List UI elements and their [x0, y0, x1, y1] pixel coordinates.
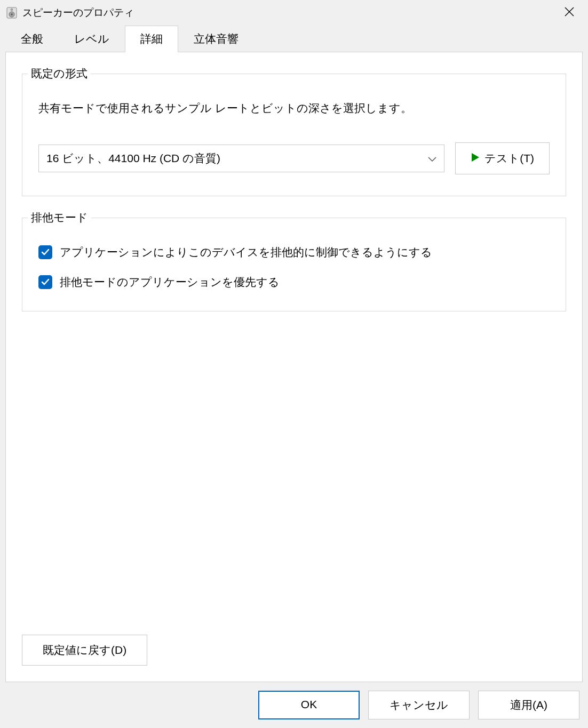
checkbox-row-exclusive-priority: 排他モードのアプリケーションを優先する — [38, 275, 550, 290]
check-icon — [41, 247, 50, 257]
checkbox-exclusive-priority[interactable] — [38, 275, 52, 289]
svg-marker-6 — [472, 153, 479, 162]
chevron-down-icon — [428, 152, 436, 165]
ok-button[interactable]: OK — [258, 691, 360, 719]
check-icon — [41, 277, 50, 287]
tab-content: 既定の形式 共有モードで使用されるサンプル レートとビットの深さを選択します。 … — [5, 52, 583, 682]
format-row: 16 ビット、44100 Hz (CD の音質) テスト(T) — [38, 142, 550, 174]
footer: OK キャンセル 適用(A) — [0, 682, 588, 728]
play-icon — [471, 152, 480, 165]
exclusive-mode-group: 排他モード アプリケーションによりこのデバイスを排他的に制御できるようにする 排… — [22, 218, 566, 311]
close-button[interactable] — [559, 4, 579, 22]
title-bar: スピーカーのプロパティ — [0, 0, 588, 26]
spacer — [22, 333, 566, 635]
tab-levels[interactable]: レベル — [59, 26, 125, 52]
close-icon — [565, 7, 574, 17]
tab-advanced[interactable]: 詳細 — [125, 26, 178, 52]
properties-window: スピーカーのプロパティ 全般 レベル 詳細 立体音響 既定の形式 共有モードで使… — [0, 0, 588, 728]
title-left: スピーカーのプロパティ — [5, 6, 134, 20]
window-title: スピーカーのプロパティ — [22, 6, 134, 20]
tab-spatial[interactable]: 立体音響 — [178, 26, 254, 52]
restore-defaults-button[interactable]: 既定値に戻す(D) — [22, 635, 147, 666]
svg-point-3 — [11, 9, 13, 11]
test-button-label: テスト(T) — [484, 151, 534, 166]
checkbox-exclusive-control[interactable] — [38, 245, 52, 259]
format-dropdown[interactable]: 16 ビット、44100 Hz (CD の音質) — [38, 145, 444, 172]
test-button[interactable]: テスト(T) — [455, 142, 550, 174]
cancel-button[interactable]: キャンセル — [368, 691, 470, 719]
tabs: 全般 レベル 詳細 立体音響 — [0, 26, 588, 52]
default-format-group: 既定の形式 共有モードで使用されるサンプル レートとビットの深さを選択します。 … — [22, 74, 566, 196]
checkbox-label-exclusive-control: アプリケーションによりこのデバイスを排他的に制御できるようにする — [60, 245, 432, 260]
tab-general[interactable]: 全般 — [5, 26, 59, 52]
apply-button[interactable]: 適用(A) — [478, 691, 579, 719]
default-format-legend: 既定の形式 — [28, 66, 91, 81]
format-selected: 16 ビット、44100 Hz (CD の音質) — [46, 151, 220, 166]
checkbox-row-exclusive-control: アプリケーションによりこのデバイスを排他的に制御できるようにする — [38, 245, 550, 260]
speaker-icon — [5, 6, 18, 19]
checkbox-label-exclusive-priority: 排他モードのアプリケーションを優先する — [60, 275, 280, 290]
svg-point-2 — [11, 13, 13, 15]
default-format-description: 共有モードで使用されるサンプル レートとビットの深さを選択します。 — [38, 101, 550, 116]
exclusive-mode-legend: 排他モード — [28, 210, 91, 225]
